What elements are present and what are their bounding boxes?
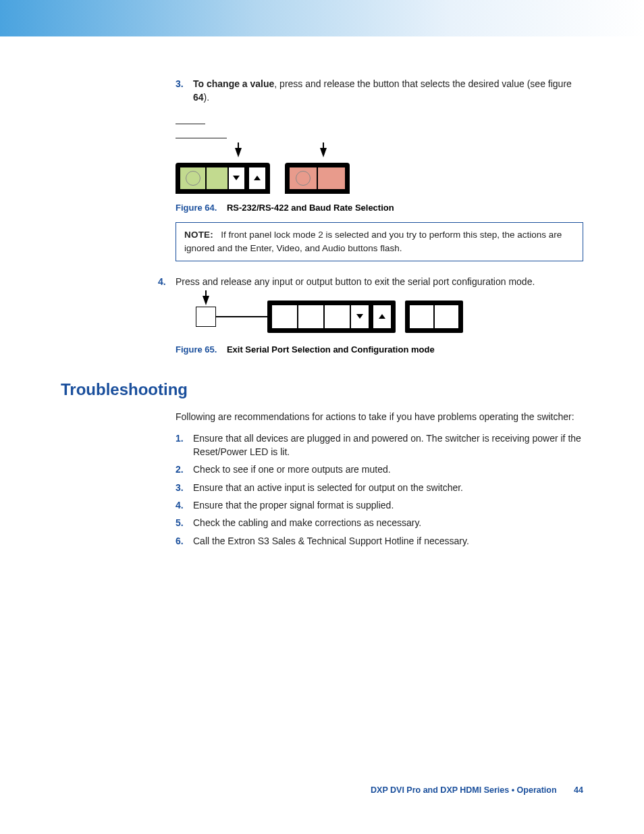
step-3-figref: 64 <box>193 92 204 103</box>
step-3-text: To change a value, press and release the… <box>193 77 583 105</box>
list-item: 2. Check to see if one or more outputs a… <box>176 463 583 476</box>
arrow-down-icon <box>320 148 327 157</box>
control-panel <box>176 163 270 194</box>
figure-65-graphic <box>196 301 583 333</box>
note-box: NOTE: If front panel lock mode 2 is sele… <box>176 222 583 261</box>
figure-suffix: mode <box>408 344 434 355</box>
list-item-text: Ensure that the proper signal format is … <box>193 498 394 512</box>
step-number: 3. <box>176 481 193 494</box>
list-item-text: Ensure that an active input is selected … <box>193 481 463 494</box>
step-4-text: Press and release any input or output bu… <box>176 275 535 288</box>
triangle-up-icon <box>379 314 385 319</box>
connector-line <box>216 316 267 317</box>
troubleshooting-heading: Troubleshooting <box>61 378 583 402</box>
step-number: 6. <box>176 534 193 548</box>
figure-65-caption: Figure 65. Exit Serial Port Selection an… <box>176 344 583 357</box>
control-panel <box>285 163 350 194</box>
triangle-down-icon <box>233 176 240 180</box>
step-number: 1. <box>176 432 193 459</box>
led-icon <box>186 171 200 186</box>
footer-text: DXP DVI Pro and DXP HDMI Series • Operat… <box>371 785 557 795</box>
note-text: If front panel lock mode 2 is selected a… <box>184 230 562 253</box>
troubleshooting-list: 1. Ensure that all devices are plugged i… <box>176 432 583 548</box>
control-panel <box>267 301 396 333</box>
figure-label: Figure 65. <box>176 344 217 355</box>
step-number: 4. <box>176 498 193 512</box>
step-3-rest: , press and release the button that sele… <box>274 78 572 89</box>
arrow-down-icon <box>203 296 209 305</box>
divider <box>176 138 227 138</box>
header-gradient <box>0 0 644 36</box>
note-label: NOTE: <box>184 230 213 240</box>
step-number: 4. <box>158 275 176 288</box>
led-icon <box>296 171 311 186</box>
list-item: 4. Ensure that the proper signal format … <box>176 498 583 512</box>
list-item-text: Check the cabling and make corrections a… <box>193 516 421 529</box>
list-item: 6. Call the Extron S3 Sales & Technical … <box>176 534 583 548</box>
triangle-down-icon <box>356 314 363 319</box>
divider <box>176 124 205 124</box>
step-number: 5. <box>176 516 193 529</box>
list-item: 1. Ensure that all devices are plugged i… <box>176 432 583 459</box>
list-item-text: Call the Extron S3 Sales & Technical Sup… <box>193 534 469 548</box>
figure-label: Figure 64. <box>176 203 217 213</box>
step-number: 2. <box>176 463 193 476</box>
figure-prefix: Exit <box>227 344 245 355</box>
figure-64-graphic <box>176 163 583 194</box>
control-panel <box>405 301 463 333</box>
list-item: 3. Ensure that an active input is select… <box>176 481 583 494</box>
page-footer: DXP DVI Pro and DXP HDMI Series • Operat… <box>371 784 583 796</box>
figure-bold: Serial Port Selection and Configuration <box>245 344 408 355</box>
list-item: 5. Check the cabling and make correction… <box>176 516 583 529</box>
triangle-up-icon <box>254 176 261 180</box>
step-3-rest2: ). <box>204 92 210 103</box>
figure-64-caption: Figure 64. RS-232/RS-422 and Baud Rate S… <box>176 202 583 215</box>
step-number: 3. <box>176 77 193 105</box>
list-item-text: Check to see if one or more outputs are … <box>193 463 391 476</box>
arrow-down-icon <box>235 148 242 157</box>
step-3-lead: To change a value <box>193 78 274 89</box>
button-icon <box>196 307 216 327</box>
list-item-text: Ensure that all devices are plugged in a… <box>193 432 583 459</box>
troubleshooting-intro: Following are recommendations for action… <box>176 410 583 423</box>
step-4: 4. Press and release any input or output… <box>158 275 583 288</box>
page-number: 44 <box>574 785 583 795</box>
step-3: 3. To change a value, press and release … <box>176 77 583 105</box>
figure-title: RS-232/RS-422 and Baud Rate Selection <box>227 203 394 213</box>
